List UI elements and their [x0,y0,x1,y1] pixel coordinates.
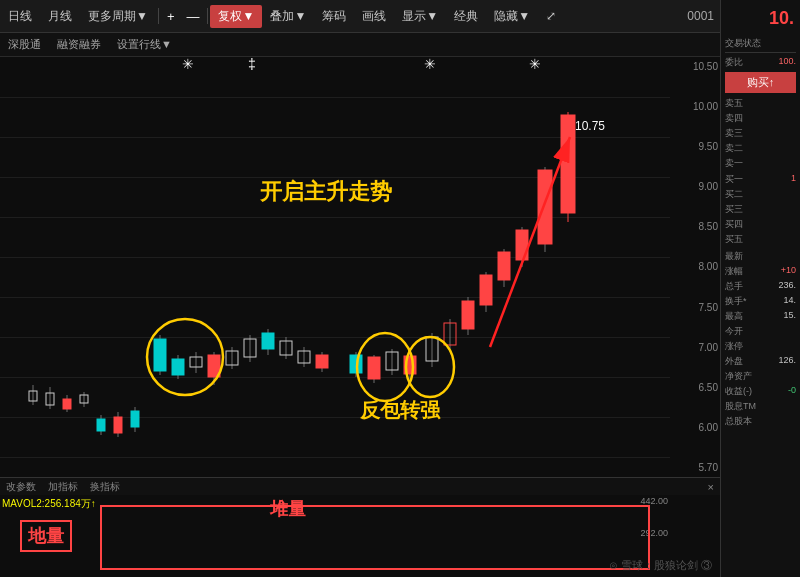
right-panel: 10. 交易状态 委比 100. 购买↑ 卖五 卖四 卖三 卖二 卖一 买一1 … [720,0,800,577]
stats-section: 最新 涨幅+10 总手236. 换手*14. 最高15. 今开 涨停 外盘126… [725,249,796,429]
stat-jingzichan: 净资产 [725,369,796,384]
toolbar-plus[interactable]: + [161,7,181,26]
weibo-label: 委比 [725,56,743,69]
buy1-val: 1 [791,173,796,186]
price-10-00: 10.00 [672,101,718,112]
waipan-label: 外盘 [725,355,743,368]
zhangtinting-label: 涨停 [725,340,743,353]
buy-4-row: 买四 [725,217,796,232]
price-8-50: 8.50 [672,221,718,232]
stat-zuixin: 最新 [725,249,796,264]
vol-scale-high: 442.00 [640,496,668,506]
price-9-50: 9.50 [672,141,718,152]
svg-text:✳: ✳ [529,57,541,72]
stat-jinkao: 今开 [725,324,796,339]
svg-rect-27 [262,333,274,349]
toolbar-display[interactable]: 显示▼ [394,4,446,29]
buy-3-row: 买三 [725,202,796,217]
vol-switch-indicator[interactable]: 换指标 [84,479,126,495]
sell-2-row: 卖二 [725,141,796,156]
buy-button[interactable]: 购买↑ [725,72,796,93]
price-9-00: 9.00 [672,181,718,192]
toolbar-hide[interactable]: 隐藏▼ [486,4,538,29]
volume-toolbar: 改参数 加指标 换指标 × [0,477,720,495]
zhang-val: +10 [781,265,796,278]
price-8-00: 8.00 [672,261,718,272]
vol-change-params[interactable]: 改参数 [0,479,42,495]
svg-rect-49 [480,275,492,305]
buy-1-row: 买一1 [725,172,796,187]
sub-toolbar: 深股通 融资融券 设置行线▼ [0,33,720,57]
sub-settings[interactable]: 设置行线▼ [109,35,180,54]
buy-section: 买一1 买二 买三 买四 买五 [725,172,796,247]
toolbar-minus[interactable]: — [180,7,205,26]
price-6-00: 6.00 [672,422,718,433]
zongshuo-label: 总手 [725,280,743,293]
vol-close[interactable]: × [702,481,720,493]
watermark: ⊙ 雪球：股狼论剑 ③ [609,558,712,573]
toolbar-classic[interactable]: 经典 [446,4,486,29]
toolbar-monthly[interactable]: 月线 [40,4,80,29]
sub-shenzhen[interactable]: 深股通 [0,35,49,54]
svg-rect-47 [462,301,474,329]
toolbar-fuquan[interactable]: 复权▼ [210,5,262,28]
buy4-label: 买四 [725,218,743,231]
svg-rect-37 [368,357,380,379]
stat-waipan: 外盘126. [725,354,796,369]
svg-text:✳: ✳ [182,57,194,72]
svg-rect-41 [404,356,416,374]
svg-rect-35 [350,355,362,373]
sell-3-row: 卖三 [725,126,796,141]
weibo-val: 100. [778,56,796,69]
toolbar-diejia[interactable]: 叠加▼ [262,4,314,29]
jingzichan-label: 净资产 [725,370,752,383]
sub-margin[interactable]: 融资融券 [49,35,109,54]
vol-add-indicator[interactable]: 加指标 [42,479,84,495]
price-10-50: 10.50 [672,61,718,72]
toolbar-fullscreen[interactable]: ⤢ [538,5,564,27]
buy5-label: 买五 [725,233,743,246]
huanshou-label: 换手* [725,295,747,308]
annotation-duiliang: 堆量 [270,497,306,521]
zhang-label: 涨幅 [725,265,743,278]
stat-shouyi: 收益(-)-0 [725,384,796,399]
stat-zhang: 涨幅+10 [725,264,796,279]
buy2-label: 买二 [725,188,743,201]
price-scale: 10.50 10.00 9.50 9.00 8.50 8.00 7.50 7.0… [670,57,720,477]
stat-zhangtinting: 涨停 [725,339,796,354]
svg-rect-51 [498,252,510,280]
top-toolbar: 日线 月线 更多周期▼ + — 复权▼ 叠加▼ 筹码 画线 显示▼ 经典 隐藏▼… [0,0,720,33]
huanshou-val: 14. [783,295,796,308]
toolbar-daily[interactable]: 日线 [0,4,40,29]
sell-5-row: 卖五 [725,96,796,111]
svg-rect-9 [97,419,105,431]
waipan-val: 126. [778,355,796,368]
stock-code: 0001 [681,9,720,23]
buy-5-row: 买五 [725,232,796,247]
sell3-label: 卖三 [725,127,743,140]
toolbar-chouma[interactable]: 筹码 [314,4,354,29]
buy3-label: 买三 [725,203,743,216]
svg-rect-55 [538,170,552,244]
sell4-label: 卖四 [725,112,743,125]
svg-rect-11 [114,417,122,433]
zuigao-val: 15. [783,310,796,323]
current-price: 10. [725,4,796,33]
svg-rect-13 [131,411,139,427]
svg-rect-15 [154,339,166,371]
zuigao-label: 最高 [725,310,743,323]
svg-text:✳: ✳ [424,57,436,72]
sell1-label: 卖一 [725,157,743,170]
toolbar-draw[interactable]: 画线 [354,4,394,29]
buy-2-row: 买二 [725,187,796,202]
candlestick-chart: ✳ ‡ ✳ ✳ [0,57,670,477]
price-6-50: 6.50 [672,382,718,393]
price-7-50: 7.50 [672,302,718,313]
svg-rect-17 [172,359,184,375]
svg-rect-53 [516,230,528,260]
toolbar-more-period[interactable]: 更多周期▼ [80,4,156,29]
shouyi-val: -0 [788,385,796,398]
svg-rect-33 [316,355,328,368]
vol-scale-low: 292.00 [640,528,668,538]
stat-huanshou: 换手*14. [725,294,796,309]
